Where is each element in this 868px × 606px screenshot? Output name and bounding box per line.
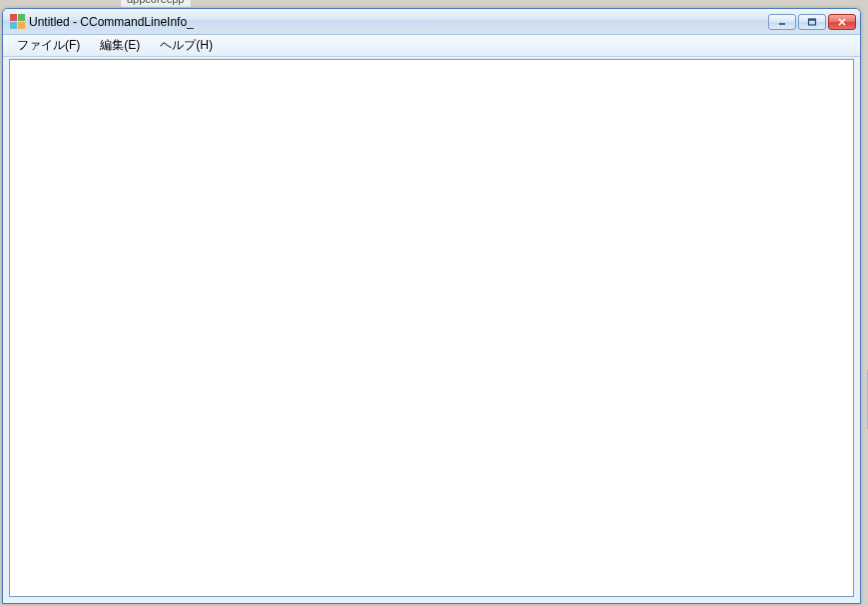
- app-icon: [9, 14, 25, 30]
- background-fragment: appcorecpp: [120, 0, 192, 8]
- menubar: ファイル(F) 編集(E) ヘルプ(H): [3, 35, 860, 57]
- app-window: Untitled - CCommandLineInfo_ ファイル(F) 編集(…: [2, 8, 861, 604]
- close-icon: [837, 18, 847, 26]
- titlebar[interactable]: Untitled - CCommandLineInfo_: [3, 9, 860, 35]
- menu-edit[interactable]: 編集(E): [90, 34, 150, 57]
- maximize-button[interactable]: [798, 14, 826, 30]
- client-area[interactable]: [9, 59, 854, 597]
- menu-file[interactable]: ファイル(F): [7, 34, 90, 57]
- close-button[interactable]: [828, 14, 856, 30]
- minimize-icon: [777, 18, 787, 26]
- maximize-icon: [807, 18, 817, 26]
- minimize-button[interactable]: [768, 14, 796, 30]
- window-controls: [768, 14, 856, 30]
- window-title: Untitled - CCommandLineInfo_: [29, 15, 768, 29]
- menu-help[interactable]: ヘルプ(H): [150, 34, 223, 57]
